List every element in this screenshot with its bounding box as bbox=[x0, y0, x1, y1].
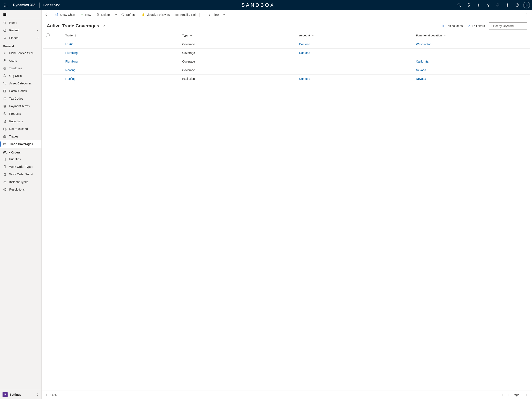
app-launcher-button[interactable] bbox=[1, 0, 11, 10]
sidebar-item[interactable]: Products bbox=[0, 110, 41, 117]
pin-icon bbox=[3, 36, 7, 39]
table-row[interactable]: PlumbingCoverageContoso bbox=[43, 49, 530, 57]
trade-link[interactable]: Plumbing bbox=[65, 51, 78, 55]
area-switcher[interactable]: S Settings bbox=[0, 390, 41, 399]
data-grid[interactable]: Trade Type Account Functional Location H… bbox=[42, 31, 532, 391]
sidebar-item[interactable]: Home bbox=[0, 19, 41, 26]
email-split-menu[interactable] bbox=[200, 10, 205, 19]
trade-link[interactable]: Roofing bbox=[65, 68, 76, 72]
row-select[interactable] bbox=[43, 75, 63, 83]
account-link[interactable]: Contoso bbox=[299, 43, 310, 46]
row-select[interactable] bbox=[43, 66, 63, 75]
column-header-type[interactable]: Type bbox=[180, 31, 297, 40]
add-button[interactable] bbox=[474, 0, 483, 10]
column-menu-icon[interactable] bbox=[311, 34, 314, 37]
account-link[interactable]: Contoso bbox=[299, 77, 310, 80]
row-select[interactable] bbox=[43, 57, 63, 66]
assistant-button[interactable] bbox=[464, 0, 474, 10]
user-avatar[interactable]: BD bbox=[523, 2, 530, 8]
view-header-actions: Edit columns Edit filters bbox=[441, 22, 527, 29]
row-select[interactable] bbox=[43, 49, 63, 57]
functional-location-link[interactable]: Nevada bbox=[416, 77, 426, 80]
advanced-filter-button[interactable] bbox=[484, 0, 493, 10]
column-header-account[interactable]: Account bbox=[297, 31, 413, 40]
sidebar-item[interactable]: Trade Coverages bbox=[0, 140, 41, 148]
help-button[interactable] bbox=[513, 0, 522, 10]
app-label[interactable]: Field Service bbox=[41, 3, 62, 7]
sidebar-item[interactable]: Priorities bbox=[0, 155, 41, 163]
column-menu-icon[interactable] bbox=[443, 34, 446, 37]
funnel-icon bbox=[486, 3, 490, 7]
command-overflow-button[interactable] bbox=[523, 10, 531, 19]
person-icon bbox=[3, 59, 7, 62]
functional-location-link[interactable]: California bbox=[416, 60, 429, 63]
new-button[interactable]: New bbox=[78, 10, 94, 19]
db-icon bbox=[3, 97, 7, 100]
sidebar-scroll[interactable]: HomeRecentPinnedGeneralField Service Set… bbox=[0, 19, 41, 390]
trade-link[interactable]: Plumbing bbox=[65, 60, 78, 63]
sidebar-item[interactable]: Tax Codes bbox=[0, 95, 41, 102]
sidebar-toggle[interactable] bbox=[0, 10, 41, 19]
next-page-button[interactable] bbox=[524, 393, 528, 397]
functional-location-link[interactable]: Nevada bbox=[416, 68, 426, 72]
column-menu-icon[interactable] bbox=[190, 34, 193, 37]
sidebar-item[interactable]: Price Lists bbox=[0, 117, 41, 125]
table-row[interactable]: HVACCoverageContosoWashington bbox=[43, 40, 530, 49]
sidebar-item[interactable]: Work Order Subst... bbox=[0, 171, 41, 178]
column-header-trade[interactable]: Trade bbox=[63, 31, 180, 40]
column-header-label: Trade bbox=[65, 34, 73, 37]
sidebar-item[interactable]: Payment Terms bbox=[0, 102, 41, 110]
sidebar-item-label: Users bbox=[9, 59, 17, 62]
sidebar-item[interactable]: Territories bbox=[0, 64, 41, 72]
show-chart-button[interactable]: Show Chart bbox=[52, 10, 78, 19]
functional-location-link[interactable]: Washington bbox=[416, 43, 431, 46]
edit-filters-button[interactable]: Edit filters bbox=[467, 24, 485, 28]
table-row[interactable]: PlumbingCoverageCalifornia bbox=[43, 57, 530, 66]
email-link-button[interactable]: Email a Link bbox=[173, 10, 199, 19]
sidebar-item[interactable]: Asset Categories bbox=[0, 80, 41, 87]
sidebar-item[interactable]: Field Service Setti... bbox=[0, 49, 41, 57]
refresh-button[interactable]: Refresh bbox=[119, 10, 139, 19]
view-selector-dropdown[interactable] bbox=[102, 24, 105, 28]
notifications-button[interactable] bbox=[493, 0, 503, 10]
account-link[interactable]: Contoso bbox=[299, 51, 310, 55]
sidebar-item[interactable]: Postal Codes bbox=[0, 87, 41, 95]
row-select[interactable] bbox=[43, 40, 63, 49]
bell-icon bbox=[496, 3, 500, 7]
hamburger-icon bbox=[3, 13, 7, 16]
delete-button[interactable]: Delete bbox=[94, 10, 112, 19]
flow-button[interactable]: Flow bbox=[205, 10, 221, 19]
sidebar-item[interactable]: Users bbox=[0, 57, 41, 64]
flow-menu[interactable] bbox=[221, 10, 227, 19]
filter-keyword-input[interactable] bbox=[489, 22, 527, 29]
cell-account bbox=[297, 57, 413, 66]
sidebar-item[interactable]: Trades bbox=[0, 133, 41, 140]
trade-link[interactable]: Roofing bbox=[65, 77, 76, 80]
sidebar-item[interactable]: Org Units bbox=[0, 72, 41, 80]
visualize-button[interactable]: Visualize this view bbox=[139, 10, 173, 19]
delete-split-menu[interactable] bbox=[114, 10, 119, 19]
sidebar-item[interactable]: Pinned bbox=[0, 34, 41, 42]
previous-page-button[interactable] bbox=[507, 393, 510, 397]
select-all-circle-icon[interactable] bbox=[46, 33, 50, 37]
column-menu-icon[interactable] bbox=[78, 34, 81, 37]
sidebar-item[interactable]: Recent bbox=[0, 26, 41, 34]
table-row[interactable]: RoofingCoverageNevada bbox=[43, 66, 530, 75]
table-row[interactable]: RoofingExclusionContosoNevada bbox=[43, 75, 530, 83]
column-header-functional-location[interactable]: Functional Location bbox=[413, 31, 530, 40]
select-all-column[interactable] bbox=[43, 31, 63, 40]
back-button[interactable] bbox=[42, 10, 51, 19]
clip-icon bbox=[3, 173, 7, 176]
trade-link[interactable]: HVAC bbox=[65, 43, 73, 46]
first-page-button[interactable] bbox=[500, 393, 504, 397]
sidebar-item[interactable]: Work Order Types bbox=[0, 163, 41, 171]
settings-button[interactable] bbox=[503, 0, 512, 10]
sidebar-item[interactable]: Incident Types bbox=[0, 178, 41, 186]
edit-columns-button[interactable]: Edit columns bbox=[441, 24, 462, 28]
search-button[interactable] bbox=[455, 0, 464, 10]
sidebar-item[interactable]: Not-to-exceed bbox=[0, 125, 41, 133]
sidebar-item[interactable]: Resolutions bbox=[0, 186, 41, 193]
brand-label: Dynamics 365 bbox=[11, 3, 38, 7]
cell-functional-location: Washington bbox=[413, 40, 530, 49]
sidebar: HomeRecentPinnedGeneralField Service Set… bbox=[0, 10, 42, 399]
